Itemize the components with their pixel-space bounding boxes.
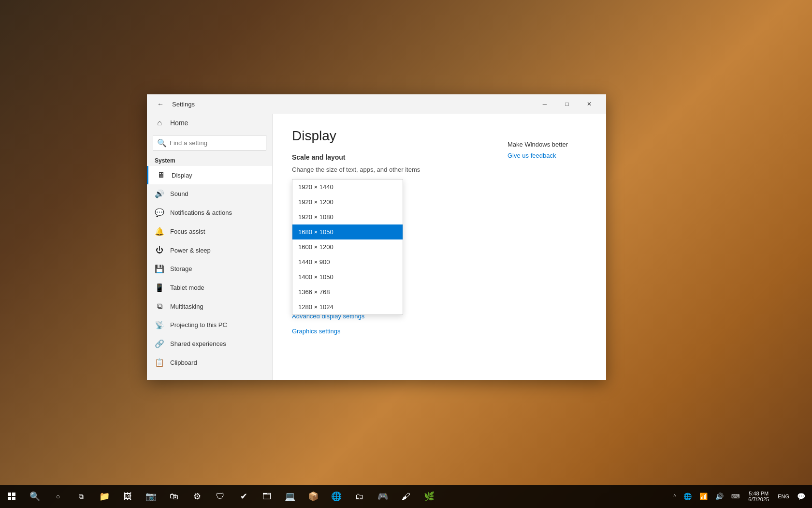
main-content: Display Scale and layout Change the size…: [273, 114, 606, 380]
sidebar-item-sound[interactable]: 🔊 Sound: [147, 184, 272, 203]
dropdown-option-1366x768[interactable]: 1366 × 768: [292, 284, 403, 299]
window-controls: ─ □ ✕: [534, 96, 600, 112]
sidebar-home[interactable]: ⌂ Home: [147, 114, 272, 132]
sidebar-item-focus-assist-label: Focus assist: [170, 228, 205, 235]
taskbar-app-store[interactable]: 🛍: [162, 485, 186, 508]
search-input[interactable]: [170, 139, 262, 147]
shared-experiences-icon: 🔗: [155, 339, 164, 348]
taskbar: 🔍 ○ ⧉ 📁 🖼 📷 🛍 ⚙ 🛡 ✔ 🗔 💻 📦 🌐 🗂 🎮 🖌 🌿 ^ 🌐 …: [0, 485, 812, 508]
graphics-settings-link[interactable]: Graphics settings: [292, 328, 587, 335]
dropdown-option-1600x1200[interactable]: 1600 × 1200: [292, 239, 403, 254]
give-feedback-link[interactable]: Give us feedback: [508, 152, 556, 159]
feedback-panel: Make Windows better Give us feedback: [500, 133, 606, 167]
tablet-mode-icon: 📱: [155, 283, 164, 292]
taskbar-wifi-icon[interactable]: 📶: [696, 485, 710, 508]
taskbar-search-button[interactable]: 🔍: [23, 485, 46, 508]
display-icon: 🖥: [156, 171, 166, 179]
focus-assist-icon: 🔔: [155, 227, 164, 236]
taskbar-app-plant[interactable]: 🌿: [418, 485, 441, 508]
sidebar-item-tablet-mode-label: Tablet mode: [170, 284, 204, 291]
taskbar-time: 5:48 PM: [749, 491, 768, 496]
sidebar-search-container: 🔍: [153, 135, 266, 150]
projecting-icon: 📡: [155, 320, 164, 329]
sound-icon: 🔊: [155, 189, 164, 198]
sidebar-item-storage-label: Storage: [170, 265, 192, 272]
sidebar-item-projecting[interactable]: 📡 Projecting to this PC: [147, 315, 272, 334]
sidebar-item-multitasking-label: Multitasking: [170, 303, 203, 310]
sidebar-item-display-label: Display: [172, 172, 192, 179]
taskbar-app-explorer[interactable]: 📁: [93, 485, 116, 508]
window-body: ⌂ Home 🔍 System 🖥 Display 🔊 Sound 💬 N: [147, 114, 606, 380]
sidebar-item-sound-label: Sound: [170, 190, 188, 197]
back-button[interactable]: ←: [153, 96, 168, 112]
sidebar-item-storage[interactable]: 💾 Storage: [147, 259, 272, 278]
notifications-icon: 💬: [155, 208, 164, 217]
sidebar-item-clipboard-label: Clipboard: [170, 359, 197, 366]
multitasking-icon: ⧉: [155, 302, 164, 311]
dropdown-option-1920x1080[interactable]: 1920 × 1080: [292, 209, 403, 224]
make-windows-better-title: Make Windows better: [508, 141, 598, 148]
taskbar-app-photos[interactable]: 🖼: [116, 485, 139, 508]
taskbar-notification-button[interactable]: 💬: [794, 485, 808, 508]
sidebar-item-multitasking[interactable]: ⧉ Multitasking: [147, 297, 272, 315]
taskbar-date: 6/7/2025: [748, 496, 769, 502]
sidebar-home-label: Home: [170, 119, 188, 127]
dropdown-option-1440x900[interactable]: 1440 × 900: [292, 254, 403, 269]
taskbar-lang[interactable]: ENG: [775, 485, 792, 508]
taskbar-app-vs[interactable]: 💻: [278, 485, 302, 508]
home-icon: ⌂: [155, 119, 164, 127]
sidebar-item-clipboard[interactable]: 📋 Clipboard: [147, 353, 272, 372]
sidebar-item-power-sleep-label: Power & sleep: [170, 247, 211, 254]
taskbar-app-game[interactable]: 🎮: [371, 485, 394, 508]
resolution-dropdown-open[interactable]: 1920 × 1440 1920 × 1200 1920 × 1080 1680…: [292, 179, 403, 315]
taskbar-app-camera[interactable]: 📷: [139, 485, 162, 508]
taskbar-network-icon[interactable]: 🌐: [681, 485, 695, 508]
taskbar-volume-icon[interactable]: 🔊: [712, 485, 726, 508]
maximize-button[interactable]: □: [556, 96, 578, 112]
dropdown-option-1280x1024[interactable]: 1280 × 1024: [292, 299, 403, 314]
sidebar-item-focus-assist[interactable]: 🔔 Focus assist: [147, 222, 272, 241]
taskbar-app-check[interactable]: ✔: [232, 485, 255, 508]
dropdown-option-812x508[interactable]: 812 × 508: [292, 224, 403, 239]
sidebar-item-display[interactable]: 🖥 Display: [147, 166, 272, 184]
dropdown-option-1920x1440[interactable]: 1920 × 1440: [292, 179, 403, 194]
taskbar-app-package[interactable]: 📦: [302, 485, 325, 508]
close-button[interactable]: ✕: [578, 96, 600, 112]
start-button[interactable]: [0, 485, 23, 508]
svg-rect-2: [8, 497, 11, 500]
taskbar-app-terminal[interactable]: 🗔: [255, 485, 278, 508]
storage-icon: 💾: [155, 264, 164, 273]
dropdown-option-1920x1200[interactable]: 1920 × 1200: [292, 194, 403, 209]
taskbar-app-chrome[interactable]: 🌐: [325, 485, 348, 508]
sidebar-item-tablet-mode[interactable]: 📱 Tablet mode: [147, 278, 272, 297]
settings-window: ← Settings ─ □ ✕ ⌂ Home 🔍 System: [147, 94, 606, 380]
minimize-button[interactable]: ─: [534, 96, 556, 112]
taskbar-app-settings[interactable]: ⚙: [186, 485, 209, 508]
window-titlebar: ← Settings ─ □ ✕: [147, 94, 606, 114]
sidebar: ⌂ Home 🔍 System 🖥 Display 🔊 Sound 💬 N: [147, 114, 273, 380]
sidebar-item-shared-experiences[interactable]: 🔗 Shared experiences: [147, 334, 272, 353]
sidebar-item-notifications-label: Notifications & actions: [170, 209, 232, 216]
svg-rect-0: [8, 493, 11, 496]
sidebar-item-power-sleep[interactable]: ⏻ Power & sleep: [147, 241, 272, 259]
power-sleep-icon: ⏻: [155, 246, 164, 254]
sidebar-item-projecting-label: Projecting to this PC: [170, 321, 227, 329]
sidebar-item-shared-experiences-label: Shared experiences: [170, 340, 226, 347]
taskbar-app-files[interactable]: 🗂: [348, 485, 371, 508]
dropdown-option-1400x1050[interactable]: 1400 × 1050: [292, 269, 403, 284]
clipboard-icon: 📋: [155, 358, 164, 367]
taskbar-keyboard-icon[interactable]: ⌨: [728, 485, 742, 508]
taskbar-clock[interactable]: 5:48 PM 6/7/2025: [744, 491, 773, 502]
taskbar-cortana-button[interactable]: ○: [46, 485, 70, 508]
taskbar-app-pen[interactable]: 🖌: [394, 485, 418, 508]
search-icon: 🔍: [157, 138, 167, 148]
svg-rect-1: [12, 493, 15, 496]
sidebar-section-system: System: [147, 153, 272, 166]
svg-rect-3: [12, 497, 15, 500]
taskbar-taskview-button[interactable]: ⧉: [70, 485, 93, 508]
taskbar-app-security[interactable]: 🛡: [209, 485, 232, 508]
taskbar-show-hidden[interactable]: ^: [670, 485, 679, 508]
taskbar-right: ^ 🌐 📶 🔊 ⌨ 5:48 PM 6/7/2025 ENG 💬: [670, 485, 812, 508]
sidebar-item-notifications[interactable]: 💬 Notifications & actions: [147, 203, 272, 222]
window-title-label: Settings: [172, 101, 195, 108]
